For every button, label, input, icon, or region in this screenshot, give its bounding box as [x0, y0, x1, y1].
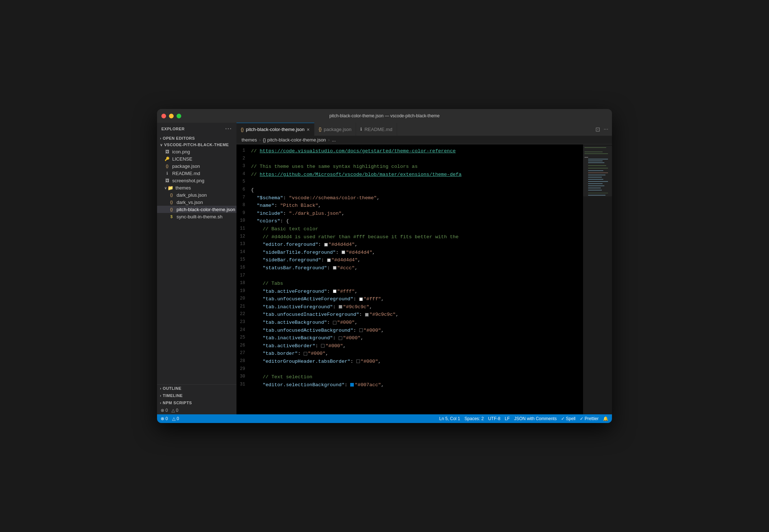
code-line-15: 15 "sideBar.foreground": "#d4d4d4", [236, 256, 583, 264]
project-label: VSCODE-PITCH-BLACK-THEME [164, 143, 229, 147]
editor-content: 1 // https://code.visualstudio.com/docs/… [236, 144, 612, 414]
split-editor-icon[interactable]: ⊡ [595, 126, 600, 133]
code-line-23: 23 "tab.activeBackground": "#000", [236, 319, 583, 327]
open-editors-section: › OPEN EDITORS [157, 135, 236, 141]
code-line-7: 7 "$schema": "vscode://schemas/color-the… [236, 194, 583, 202]
sidebar: EXPLORER ··· › OPEN EDITORS ∨ VSCODE-PIT… [157, 123, 236, 414]
sidebar-status: ⊗ 0 △ 0 [157, 406, 236, 414]
window-title: pitch-black-color-theme.json — vscode-pi… [329, 113, 439, 118]
language-mode[interactable]: JSON with Comments [514, 416, 557, 421]
timeline-label: TIMELINE [163, 393, 183, 398]
notifications-bell[interactable]: 🔔 [603, 416, 608, 421]
title-bar: pitch-black-color-theme.json — vscode-pi… [157, 109, 612, 123]
file-name: screenshot.png [172, 178, 204, 183]
tab-package-json[interactable]: {} package.json [314, 123, 356, 136]
code-line-1: 1 // https://code.visualstudio.com/docs/… [236, 147, 583, 155]
code-line-29: 29 [236, 366, 583, 374]
prettier[interactable]: ✓ Prettier [580, 416, 599, 421]
traffic-lights [161, 114, 181, 118]
code-line-5: 5 [236, 178, 583, 186]
cursor-position[interactable]: Ln 5, Col 1 [439, 416, 460, 421]
maximize-button[interactable] [177, 114, 181, 118]
folder-name: themes [175, 185, 191, 191]
file-screenshot-png[interactable]: 🖼 screenshot.png [157, 177, 236, 184]
image-icon: 🖼 [164, 178, 170, 183]
code-line-10: 10 "colors": { [236, 217, 583, 225]
code-line-27: 27 "tab.border": "#000", [236, 350, 583, 358]
sidebar-bottom: › OUTLINE › TIMELINE › NPM SCRIPTS [157, 384, 236, 406]
file-license[interactable]: 🔑 LICENSE [157, 155, 236, 162]
breadcrumb: themes › {} pitch-black-color-theme.json… [236, 136, 612, 144]
license-icon: 🔑 [164, 156, 170, 162]
image-icon: 🖼 [164, 149, 170, 154]
json-tab-icon: {} [241, 127, 244, 132]
code-line-9: 9 "include": "./dark_plus.json", [236, 210, 583, 218]
code-line-31: 31 "editor.selectionBackground": "#007ac… [236, 381, 583, 389]
minimize-button[interactable] [169, 114, 174, 118]
svg-rect-22 [583, 146, 612, 196]
file-name: sync-built-in-theme.sh [177, 214, 222, 219]
shell-icon: $ [169, 214, 174, 219]
error-count[interactable]: ⊗ 0 [161, 416, 168, 421]
tab-close-button[interactable]: × [307, 127, 310, 132]
minimap-svg [583, 144, 612, 361]
minimap [583, 144, 612, 414]
file-name: package.json [172, 163, 200, 169]
code-line-2: 2 [236, 155, 583, 163]
code-line-25: 25 "tab.inactiveBackground": "#000", [236, 334, 583, 342]
info-icon: ℹ [164, 170, 170, 176]
file-readme[interactable]: ℹ README.md [157, 170, 236, 177]
warning-count[interactable]: △ 0 [172, 416, 179, 421]
breadcrumb-file[interactable]: {} pitch-black-color-theme.json [263, 137, 326, 143]
chevron-right-icon: › [160, 394, 161, 398]
project-header[interactable]: ∨ VSCODE-PITCH-BLACK-THEME [157, 141, 236, 148]
main-container: EXPLORER ··· › OPEN EDITORS ∨ VSCODE-PIT… [157, 123, 612, 414]
tab-label: pitch-black-color-theme.json [246, 127, 305, 132]
code-line-13: 13 "editor.foreground": "#d4d4d4", [236, 241, 583, 249]
file-name: LICENSE [172, 156, 192, 162]
editor-area: {} pitch-black-color-theme.json × {} pac… [236, 123, 612, 414]
code-line-22: 22 "tab.unfocusedInactiveForeground": "#… [236, 311, 583, 319]
outline-section[interactable]: › OUTLINE [157, 385, 236, 392]
tab-pitch-black[interactable]: {} pitch-black-color-theme.json × [236, 123, 314, 136]
chevron-down-icon: ∨ [160, 143, 163, 147]
code-line-28: 28 "editorGroupHeader.tabsBorder": "#000… [236, 358, 583, 366]
file-pitch-black[interactable]: {} pitch-black-color-theme.json [157, 206, 236, 213]
warning-count: △ 0 [171, 408, 178, 413]
chevron-right-icon: › [160, 387, 161, 391]
json-icon: {} [169, 192, 174, 198]
spell-check[interactable]: ✓ Spell [561, 416, 575, 421]
more-actions-icon[interactable]: ··· [604, 126, 608, 132]
indentation[interactable]: Spaces: 2 [465, 416, 484, 421]
code-editor[interactable]: 1 // https://code.visualstudio.com/docs/… [236, 144, 583, 414]
code-line-16: 16 "statusBar.foreground": "#ccc", [236, 264, 583, 272]
code-line-4: 4 // https://github.com/Microsoft/vscode… [236, 171, 583, 179]
sidebar-header: EXPLORER ··· [157, 123, 236, 135]
code-line-21: 21 "tab.inactiveForeground": "#9c9c9c", [236, 303, 583, 311]
line-ending[interactable]: LF [505, 416, 510, 421]
status-bar: ⊗ 0 △ 0 Ln 5, Col 1 Spaces: 2 UTF-8 LF J… [157, 414, 612, 423]
file-icon-png[interactable]: 🖼 icon.png [157, 148, 236, 155]
file-dark-plus[interactable]: {} dark_plus.json [157, 191, 236, 199]
file-package-json[interactable]: {} package.json [157, 162, 236, 170]
breadcrumb-more[interactable]: ... [332, 137, 336, 143]
encoding[interactable]: UTF-8 [488, 416, 500, 421]
json-icon: {} [164, 163, 170, 169]
file-name: icon.png [172, 149, 190, 154]
file-dark-vs[interactable]: {} dark_vs.json [157, 199, 236, 206]
timeline-section[interactable]: › TIMELINE [157, 392, 236, 399]
code-line-26: 26 "tab.activeBorder": "#000", [236, 342, 583, 350]
breadcrumb-themes[interactable]: themes [242, 137, 257, 143]
sidebar-more-button[interactable]: ··· [225, 126, 232, 132]
tab-label: README.md [364, 127, 392, 132]
tab-readme[interactable]: ℹ README.md [356, 123, 397, 136]
folder-themes[interactable]: ∨ 📁 themes [157, 184, 236, 191]
code-line-14: 14 "sideBarTitle.foreground": "#d4d4d4", [236, 249, 583, 257]
close-button[interactable] [161, 114, 166, 118]
file-sync-theme[interactable]: $ sync-built-in-theme.sh [157, 213, 236, 220]
open-editors-header[interactable]: › OPEN EDITORS [157, 135, 236, 141]
code-line-20: 20 "tab.unfocusedActiveForeground": "#ff… [236, 295, 583, 303]
npm-scripts-section[interactable]: › NPM SCRIPTS [157, 399, 236, 406]
sidebar-title: EXPLORER [161, 127, 185, 131]
open-editors-label: OPEN EDITORS [163, 136, 195, 140]
